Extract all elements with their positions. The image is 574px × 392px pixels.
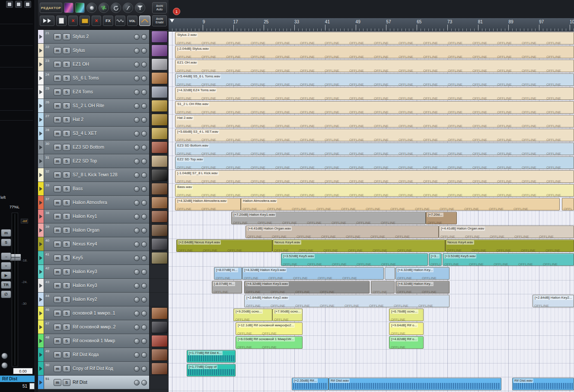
audio-clip[interactable]: [+7.20d...OFFLINE xyxy=(426,212,457,224)
audio-clip[interactable]: [+1.77dB] Copy of xyxy=(187,364,236,376)
monitor-button[interactable] xyxy=(141,352,147,358)
audio-clip[interactable]: [+5.66dB] S3_4 L XET.wavOFFLINEOFFLINEOF… xyxy=(175,129,574,141)
monitor-button[interactable] xyxy=(141,338,147,344)
audio-clip[interactable]: [+1.77dB] Rif Dist К... xyxy=(187,350,236,363)
monitor-button[interactable] xyxy=(141,76,147,81)
audio-clip[interactable]: [+7.90dB] осно...OFFLINE xyxy=(272,309,303,321)
audio-clip[interactable]: [+2.35dB] Rif... xyxy=(292,378,328,390)
record-enable-button[interactable] xyxy=(134,76,140,81)
fader-handle[interactable] xyxy=(10,254,21,261)
hook-icon[interactable] xyxy=(123,3,133,13)
monitor-button[interactable] xyxy=(141,311,147,316)
monitor-button[interactable] xyxy=(141,325,147,330)
record-enable-button[interactable] xyxy=(134,62,140,67)
monitor-button[interactable] xyxy=(141,89,147,95)
filter-icon[interactable] xyxy=(135,3,145,13)
audio-clip[interactable]: [+4.32dB] Halion Key...OFFLINEOFFLINE xyxy=(395,267,450,280)
monitor-button[interactable] xyxy=(141,366,147,372)
track-row[interactable]: 51mSRif Dist xyxy=(38,376,149,389)
audio-clip[interactable]: Hat 2.wavOFFLINEOFFLINEOFFLINEOFFLINEOFF… xyxy=(175,115,574,127)
monitor-button[interactable] xyxy=(141,200,147,206)
monitor-button[interactable] xyxy=(141,117,147,123)
solo-button[interactable]: S xyxy=(63,241,70,248)
mute-button[interactable]: m xyxy=(54,365,61,372)
audio-clip[interactable]: [+2.84dB] Halion Key2.wavOFFLINEOFFLINEO… xyxy=(244,295,450,307)
record-enable-button[interactable] xyxy=(134,380,140,386)
audio-clip[interactable]: [-8.07dB] H...OFFLINE xyxy=(212,281,242,293)
pool-icon[interactable] xyxy=(86,3,97,13)
tr-button[interactable]: TR xyxy=(1,281,11,289)
record-enable-button[interactable] xyxy=(134,117,140,123)
swap-arrows-icon[interactable] xyxy=(99,3,109,13)
monitor-button[interactable] xyxy=(141,283,147,289)
mute-button[interactable]: m xyxy=(54,144,61,151)
track-row[interactable]: 21mSStylus 2 xyxy=(38,30,149,44)
audio-clip[interactable]: EZ1 OH.wavOFFLINEOFFLINEOFFLINEOFFLINEOF… xyxy=(175,60,574,72)
track-row[interactable]: 39mSHalion Organ xyxy=(38,223,149,237)
solo-button[interactable]: S xyxy=(63,379,70,386)
record-enable-button[interactable] xyxy=(134,89,140,95)
solo-button[interactable]: S xyxy=(63,172,70,178)
delete-button[interactable]: × xyxy=(68,16,78,26)
solo-button[interactable]: S xyxy=(1,239,11,246)
audio-clip[interactable]: OFFLINE xyxy=(562,198,574,210)
modulation-button[interactable] xyxy=(139,16,150,26)
solo-button[interactable]: S xyxy=(63,158,70,165)
record-enable-button[interactable] xyxy=(134,214,140,220)
mute-button[interactable]: m xyxy=(54,172,61,178)
ruler-tick[interactable]: 97 xyxy=(539,19,544,24)
play-button[interactable] xyxy=(40,16,54,26)
solo-button[interactable]: S xyxy=(63,365,70,372)
monitor-icon[interactable]: ▶ xyxy=(1,271,11,279)
media-thumb-2[interactable] xyxy=(75,3,85,13)
audio-clip[interactable]: OFFLINE xyxy=(371,281,395,293)
record-enable-button[interactable] xyxy=(134,325,140,330)
folder-button[interactable] xyxy=(80,16,90,26)
monitor-button[interactable] xyxy=(141,380,147,386)
archive-enable-button[interactable]: Archi Enabl xyxy=(152,15,167,26)
mute-button[interactable]: m xyxy=(1,229,11,237)
solo-button[interactable]: S xyxy=(63,351,70,358)
track-row[interactable]: 38mSHalion Key1 xyxy=(38,210,149,223)
mute-button[interactable]: m xyxy=(54,282,61,289)
mute-button[interactable]: m xyxy=(54,75,61,82)
monitor-button[interactable] xyxy=(141,48,147,54)
solo-button[interactable]: S xyxy=(63,102,70,109)
record-enable-button[interactable] xyxy=(134,242,140,247)
playhead-marker[interactable] xyxy=(170,19,174,22)
ruler-tick[interactable]: 65 xyxy=(417,19,421,24)
mute-button[interactable]: m xyxy=(54,116,61,123)
cycle-marker[interactable]: 1 xyxy=(173,8,180,15)
monitor-button[interactable] xyxy=(141,131,147,137)
minus-icon[interactable]: − xyxy=(1,262,11,270)
record-enable-button[interactable] xyxy=(134,131,140,137)
monitor-button[interactable] xyxy=(141,159,147,164)
monitor-button[interactable] xyxy=(141,62,147,67)
record-enable-button[interactable] xyxy=(1,353,8,359)
ruler-tick[interactable]: 17 xyxy=(233,19,238,24)
monitor-button[interactable] xyxy=(141,242,147,247)
track-row[interactable]: 22mSStylus xyxy=(38,44,149,57)
ruler-tick[interactable]: 33 xyxy=(294,19,299,24)
audio-clip[interactable]: [+4.82dB] Rif о...OFFLINE xyxy=(389,336,424,349)
monitor-button[interactable] xyxy=(141,228,147,233)
new-part-button[interactable] xyxy=(56,16,67,26)
audio-clip[interactable]: Nexus Key4.wavOFFLINEOFFLINEOFFLINEOFFLI… xyxy=(445,239,574,252)
solo-button[interactable]: S xyxy=(63,324,70,331)
record-enable-button[interactable] xyxy=(134,103,140,109)
audio-clip[interactable]: Nexus Key4.wavOFFLINEOFFLINEOFFLINEOFFLI… xyxy=(272,239,445,252)
solo-button[interactable]: S xyxy=(63,227,70,234)
mute-button[interactable]: m xyxy=(54,338,61,344)
track-row[interactable]: 31mSEZ2 SD Top xyxy=(38,154,149,168)
ruler-tick[interactable]: 81 xyxy=(478,19,483,24)
ruler-tick[interactable]: 41 xyxy=(325,19,330,24)
track-row[interactable]: 47mSRif основной микр..2 xyxy=(38,320,149,334)
track-row[interactable]: 32mSS7_8 L Kick Темп 128 xyxy=(38,168,149,182)
mute-button[interactable]: m xyxy=(54,379,61,386)
ruler-tick[interactable]: 105 xyxy=(570,19,574,24)
solo-button[interactable]: S xyxy=(63,282,70,289)
solo-button[interactable]: S xyxy=(63,75,70,82)
mute-button[interactable]: m xyxy=(54,324,61,331)
audio-clip[interactable]: Rif Dist.wav xyxy=(328,378,501,390)
mute-button[interactable]: m xyxy=(54,61,61,68)
